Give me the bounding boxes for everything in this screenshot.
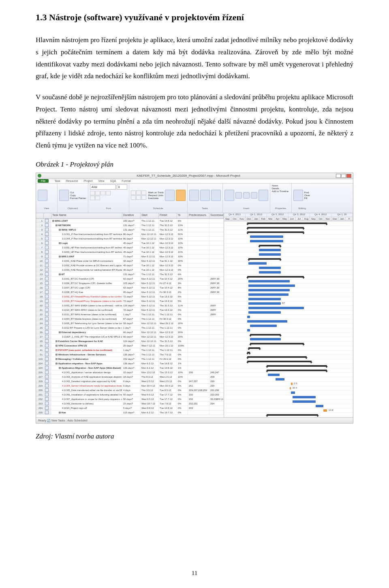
find-button[interactable]: Find — [304, 191, 310, 194]
gantt-bar[interactable] — [259, 271, 281, 274]
gantt-bar[interactable] — [248, 293, 289, 296]
gantt-bar[interactable] — [268, 374, 280, 376]
table-row[interactable]: 119⊟ Messaging / Collaboration152 days?T… — [36, 357, 224, 361]
col-task-name[interactable]: Task Name — [51, 213, 122, 218]
col-finish[interactable]: Finish — [159, 213, 177, 218]
gantt-bar[interactable] — [248, 302, 281, 305]
col-duration[interactable]: Duration — [122, 213, 141, 218]
menu-resource[interactable]: Resource — [66, 180, 78, 182]
table-row[interactable]: 53.1O04_P Pan line/connection/cabling fr… — [36, 237, 224, 241]
table-row[interactable]: 2264.1O01_Application / server allocatio… — [36, 370, 224, 375]
gantt-bar[interactable] — [248, 311, 281, 314]
table-row[interactable]: 103.1001_KAE Place order for MPLS connec… — [36, 259, 224, 263]
table-row[interactable]: 153.1006_BT DC Singapore (CP) -2weeks bu… — [36, 281, 224, 286]
table-row[interactable]: 9⊟ BRILLIANT71 days?Mon 5.12.11Mon 12.3.… — [36, 254, 224, 259]
gantt-bar[interactable] — [259, 245, 281, 246]
table-row[interactable]: 173.1008_BT HQ Kae95 days?Mon 5.12.11Fri… — [36, 290, 224, 295]
gantt-bar[interactable] — [267, 365, 327, 367]
notes-button[interactable]: Notes — [272, 184, 278, 187]
col-percent[interactable]: % — [177, 213, 188, 218]
menu-file[interactable]: File — [38, 179, 49, 183]
gantt-bar[interactable] — [247, 316, 250, 318]
move-icon[interactable] — [200, 190, 210, 201]
gantt-bar[interactable] — [267, 370, 327, 371]
table-row[interactable]: 193.1009_BT Firewall/Proxy Singapore (da… — [36, 299, 224, 304]
details-button[interactable]: Details — [272, 187, 279, 190]
font-name-dropdown[interactable]: Arial — [90, 184, 116, 190]
table-row[interactable]: 224⊟ Application migration - Non-SAP App… — [36, 361, 224, 366]
table-row[interactable]: 36⊟ VPN Connection VPN US25 days?Wed 7.1… — [36, 344, 224, 348]
gantt-bar[interactable] — [259, 249, 281, 251]
col-start[interactable]: Start — [141, 213, 159, 218]
gantt-bar[interactable] — [248, 262, 267, 265]
mark-on-track-button[interactable]: Mark on Track — [148, 191, 164, 194]
table-row[interactable]: 2294.1O04_Server infrastructure ready fo… — [36, 384, 224, 388]
summary-icon[interactable] — [235, 192, 242, 199]
gantt-bar[interactable] — [247, 276, 304, 278]
task-insert-icon[interactable] — [224, 190, 234, 201]
menu-sqa[interactable]: SQA — [110, 180, 116, 182]
information-icon[interactable] — [259, 190, 268, 201]
scroll-to-task-icon[interactable] — [293, 190, 303, 201]
gantt-bar[interactable] — [293, 396, 316, 398]
gantt-bar[interactable] — [250, 235, 284, 238]
gantt-bar[interactable] — [247, 320, 287, 323]
table-row[interactable]: 2334.1O09_Handover to delivery15 days?We… — [36, 402, 224, 406]
deliverable-icon[interactable] — [251, 192, 257, 199]
menu-view[interactable]: View — [98, 180, 104, 182]
gantt-bar[interactable] — [290, 387, 291, 389]
menu-format[interactable]: Format — [122, 180, 130, 182]
table-row[interactable]: 163.1007_BT DC Logic (CP)92 days?Mon 5.1… — [36, 286, 224, 290]
gantt-bar[interactable] — [248, 347, 260, 349]
table-row[interactable]: 203.1003_BT WAN EMEA (dates to be confir… — [36, 304, 224, 308]
cut-button[interactable]: Cut — [70, 191, 86, 194]
menu-task[interactable]: Task — [54, 180, 60, 182]
milestone-icon[interactable] — [243, 192, 250, 199]
gantt-bar[interactable] — [323, 409, 327, 412]
table-row[interactable]: 225⊟ Application Migration - Non-SAP App… — [36, 366, 224, 370]
table-row[interactable]: 253.1012 BT Prepare a LAN for Lync Serve… — [36, 326, 224, 330]
table-row[interactable]: 243.1005_BT Telehousing for Lync Server … — [36, 321, 224, 326]
copy-button[interactable]: Copy — [70, 194, 86, 197]
col-predecessors[interactable]: Predecessors — [188, 213, 209, 218]
table-row[interactable]: 13⊟ BT131 days?Thu 1.12.11Thu 31.5.126% — [36, 272, 224, 277]
gantt-bar[interactable] — [247, 329, 250, 331]
respect-links-button[interactable]: Respect Links — [148, 194, 164, 197]
gantt-bar[interactable] — [247, 222, 327, 224]
font-style-buttons[interactable] — [90, 191, 115, 200]
gantt-bar[interactable] — [247, 352, 250, 353]
table-row[interactable]: 273.1DEP_1_KAE_BT The integration US at … — [36, 335, 224, 339]
font-size-dropdown[interactable]: 8 — [117, 184, 127, 190]
manually-schedule-icon[interactable] — [165, 190, 175, 201]
gantt-bar[interactable] — [250, 343, 304, 344]
maximize-button[interactable] — [341, 174, 346, 178]
table-row[interactable]: 6⊟ Logic45 days?Tue 10.1.12Mon 12.3.1210… — [36, 241, 224, 246]
gantt-bar[interactable] — [259, 253, 281, 256]
table-row[interactable]: 3⊟ WAN / MPLS131 days?Thu 1.12.11Thu 31.… — [36, 228, 224, 232]
gantt-bar[interactable] — [248, 258, 281, 260]
format-painter-button[interactable]: Format Painter — [70, 197, 86, 199]
gantt-bar[interactable] — [248, 298, 281, 300]
auto-schedule-icon[interactable] — [176, 190, 186, 201]
close-button[interactable] — [346, 174, 351, 178]
table-row[interactable]: 2304.1O05_Data transferred either via fi… — [36, 388, 224, 393]
gantt-bar[interactable] — [291, 383, 292, 385]
table-row[interactable]: 233.1004_BT Mobile Express (dates to be … — [36, 317, 224, 321]
table-row[interactable]: 26⊟ External dependency66 days?Mon 12.12… — [36, 330, 224, 335]
inspect-icon[interactable] — [189, 190, 199, 201]
table-row[interactable]: 183.1002_BT Firewall/Proxy Frankfurt (da… — [36, 295, 224, 299]
gantt-bar[interactable] — [291, 391, 295, 394]
table-row[interactable]: 2314.1O06_Installation of applications f… — [36, 393, 224, 397]
gantt-bar[interactable] — [248, 280, 290, 282]
minimize-button[interactable] — [336, 174, 341, 178]
gantt-bar[interactable] — [247, 361, 312, 362]
task-grid[interactable]: Task Name Duration Start Finish % Predec… — [36, 213, 224, 417]
mode-icon[interactable] — [211, 190, 221, 201]
table-row[interactable]: 41⊟ P2CUST (new point, schedule to be co… — [36, 348, 224, 353]
table-row[interactable]: 213.1010_BT WAN APAC (dates to be confir… — [36, 308, 224, 312]
clear-button[interactable]: Clear — [304, 194, 310, 197]
col-successors[interactable]: Successors — [209, 213, 224, 218]
table-row[interactable]: 2344.1010_Project sign-off5 days?Wed 8.8… — [36, 406, 224, 411]
gantt-bar[interactable] — [247, 231, 304, 233]
gantt-bar[interactable] — [250, 325, 277, 327]
